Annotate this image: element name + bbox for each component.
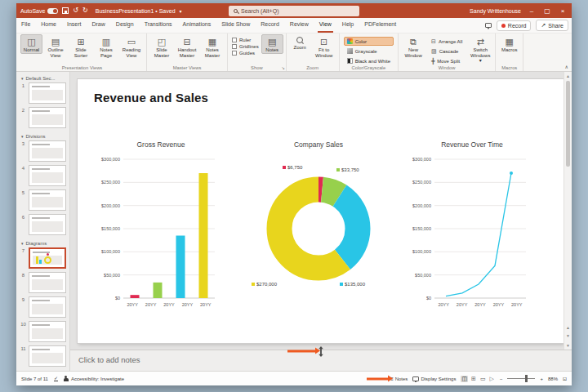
slide-thumbnail-10[interactable]: 10	[16, 321, 69, 342]
tab-animations[interactable]: Animations	[181, 18, 213, 33]
new-window-button[interactable]: ⧉New Window	[401, 34, 425, 59]
slide-thumbnail-2[interactable]: 2	[16, 107, 69, 128]
zoom-level[interactable]: 88%	[548, 376, 558, 381]
section-collapse-icon: ▾	[21, 134, 24, 139]
display-settings-button[interactable]: Display Settings	[412, 376, 456, 381]
spellcheck-icon[interactable]: ✓	[54, 376, 58, 381]
chart-gross-revenue[interactable]: Gross Revenue$300,000$250,000$200,000$15…	[87, 138, 234, 318]
notes-splitter-handle[interactable]	[318, 345, 324, 356]
chart-revenue-over-time[interactable]: Revenue Over Time$300,000$250,000$200,00…	[399, 138, 546, 318]
redo-icon[interactable]: ↻	[82, 7, 88, 14]
tab-insert[interactable]: Insert	[65, 18, 83, 33]
notes-pane[interactable]: Click to add notes	[70, 350, 572, 371]
accessibility-status[interactable]: Accessibility: Investigate	[64, 376, 124, 382]
tab-home[interactable]: Home	[39, 18, 58, 33]
save-icon[interactable]	[62, 7, 69, 14]
macros-button[interactable]: ▦Macros	[498, 34, 520, 54]
ruler-checkbox[interactable]: Ruler	[232, 38, 259, 42]
zoom-slider-thumb[interactable]	[525, 375, 528, 382]
slide[interactable]: Revenue and Sales Gross Revenue$300,000$…	[78, 79, 564, 343]
collapse-ribbon-icon[interactable]: ∧	[565, 64, 568, 69]
handout-master-button[interactable]: ⊟Handout Master	[175, 34, 199, 59]
slide-number: 1	[20, 82, 27, 88]
black-and-white-button[interactable]: Black and White	[344, 56, 394, 65]
slide-master-button[interactable]: ◰Slide Master	[149, 34, 174, 59]
vertical-scrollbar[interactable]: ▲ ▲ ▼ ▼	[564, 72, 572, 350]
tab-view[interactable]: View	[318, 18, 333, 33]
slide-sorter-button[interactable]: ⊞Slide Sorter	[69, 34, 93, 59]
notes-toggle-button[interactable]: ≡ Notes	[390, 376, 408, 381]
arrange-all-button[interactable]: ⊟Arrange All	[428, 37, 466, 46]
document-title[interactable]: BusinessPresentation1 • Saved	[96, 8, 176, 14]
grayscale-button[interactable]: Grayscale	[344, 47, 394, 56]
color-icon	[347, 38, 353, 44]
reading-view-button[interactable]: ▭Reading View	[119, 34, 144, 59]
tab-review[interactable]: Review	[288, 18, 310, 33]
cascade-button[interactable]: ▨Cascade	[428, 47, 466, 56]
comments-icon[interactable]	[485, 23, 492, 28]
fit-slide-icon[interactable]: ⊡	[563, 376, 567, 381]
slide-thumbnail-1[interactable]: 1	[16, 82, 69, 104]
zoom-in-button[interactable]: +	[540, 376, 543, 381]
record-button[interactable]: Record	[497, 20, 532, 31]
autosave-toggle[interactable]: AutoSave	[20, 8, 58, 14]
zoom-out-button[interactable]: −	[500, 376, 503, 381]
section-header-divisions[interactable]: ▾Divisions	[16, 131, 69, 140]
fit-to-window-button[interactable]: ⊡Fit to Window	[312, 34, 336, 59]
search-input[interactable]: Search (Alt+Q)	[229, 6, 359, 16]
slide-thumbnail-9[interactable]: 9	[16, 296, 69, 318]
tab-help[interactable]: Help	[341, 18, 355, 33]
tab-slide-show[interactable]: Slide Show	[220, 18, 252, 33]
tab-draw[interactable]: Draw	[90, 18, 106, 33]
slide-thumbnail-3[interactable]: 3	[16, 140, 69, 162]
notes-page-button[interactable]: ▥Notes Page	[94, 34, 118, 59]
minimize-button[interactable]: –	[527, 7, 537, 15]
scroll-up-icon[interactable]: ▲	[564, 72, 572, 80]
tab-record[interactable]: Record	[259, 18, 281, 33]
y-tick-label: $150,000	[101, 226, 120, 231]
tab-design[interactable]: Design	[114, 18, 136, 33]
slide-show-view-button[interactable]: ▷	[489, 376, 495, 382]
slide-thumbnail-6[interactable]: 6	[16, 214, 69, 235]
next-slide-button[interactable]: ▼	[564, 332, 572, 340]
slide-sorter-view-button[interactable]: ⊞	[470, 376, 477, 382]
maximize-button[interactable]: ▢	[542, 7, 552, 15]
user-name[interactable]: Sandy Writtenhouse	[470, 8, 521, 14]
notes-button[interactable]: ▤Notes	[261, 34, 283, 54]
guides-checkbox[interactable]: Guides	[232, 51, 259, 56]
slide-thumb-image	[29, 140, 66, 162]
reading-view-view-button[interactable]: ▭	[479, 376, 487, 382]
switch-windows-button[interactable]: ⇄Switch Windows ▾	[468, 34, 492, 65]
chart-company-sales[interactable]: Company Sales$6,750$33,750$135,000$270,0…	[245, 138, 392, 318]
section-header-diagrams[interactable]: ▾Diagrams	[16, 238, 69, 247]
outline-view-button[interactable]: ▤Outline View	[43, 34, 68, 59]
slide-title[interactable]: Revenue and Sales	[94, 91, 208, 105]
notes-master-button[interactable]: ▦Notes Master	[200, 34, 225, 59]
slide-thumbnail-8[interactable]: 8	[16, 272, 69, 293]
normal-button[interactable]: ◫Normal	[20, 34, 42, 54]
y-tick-label: $250,000	[412, 180, 431, 185]
tab-transitions[interactable]: Transitions	[143, 18, 174, 33]
slide-thumbnail-11[interactable]: 11	[16, 345, 69, 367]
zoom-slider[interactable]	[507, 378, 535, 379]
move-split-button[interactable]: ╋Move Split	[428, 56, 466, 65]
notes-placeholder: Click to add notes	[78, 355, 140, 364]
gridlines-checkbox[interactable]: Gridlines	[232, 44, 259, 49]
section-header-default-sec[interactable]: ▾Default Sec...	[16, 74, 69, 82]
scrollbar-thumb[interactable]	[566, 81, 570, 167]
slide-thumbnail-5[interactable]: 5	[16, 189, 69, 211]
slide-thumbnail-4[interactable]: 4	[16, 165, 69, 186]
title-dropdown-icon[interactable]: ▾	[180, 8, 182, 14]
previous-slide-button[interactable]: ▲	[564, 323, 572, 332]
slide-thumbnail-7[interactable]: 7	[16, 247, 69, 269]
line-marker	[510, 172, 513, 175]
normal-view-button[interactable]: ◫	[461, 376, 468, 382]
tab-pdfelement[interactable]: PDFelement	[363, 18, 398, 33]
close-button[interactable]: ×	[558, 7, 568, 15]
share-button[interactable]: ↗ Share	[536, 20, 568, 31]
undo-icon[interactable]: ↺	[73, 7, 78, 14]
color-button[interactable]: Color	[344, 37, 394, 46]
zoom-button[interactable]: Zoom	[289, 34, 311, 51]
scroll-down-icon[interactable]: ▼	[564, 341, 572, 350]
tab-file[interactable]: File	[20, 18, 32, 33]
